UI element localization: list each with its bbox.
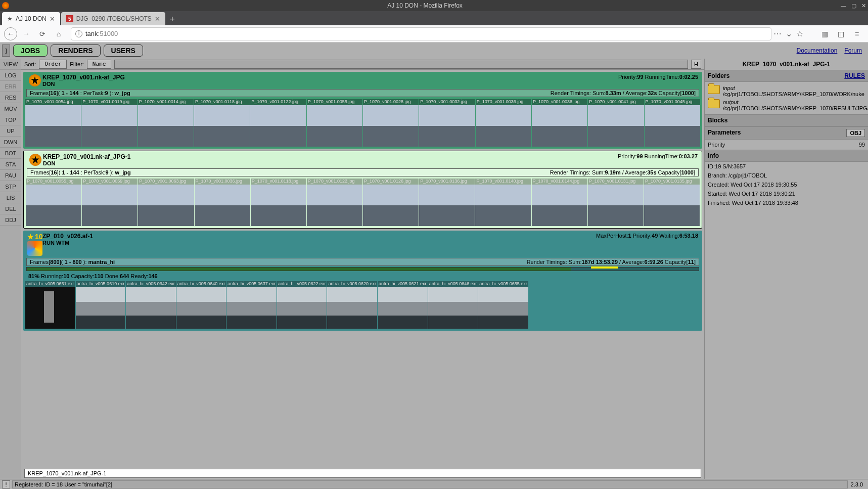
back-button[interactable]: ← — [4, 27, 17, 40]
info-icon[interactable]: i — [75, 30, 82, 37]
jobs-tab[interactable]: JOBS — [13, 45, 48, 57]
side-up[interactable]: UP — [0, 125, 21, 137]
side-res[interactable]: RES — [0, 92, 21, 103]
job-card-selected[interactable]: KREP_1070_v001.nk-af_JPG-1 DON Priority:… — [23, 151, 702, 229]
thumbnail[interactable]: antra_hi_v005.0619.exr — [76, 281, 126, 329]
menu-icon[interactable]: ≡ — [850, 27, 864, 41]
job-card[interactable]: ★10 ZP_010_v026.af-1 RUN WTM MaxPerHost:… — [23, 231, 702, 331]
side-pau[interactable]: PAU — [0, 170, 21, 181]
obj-button[interactable]: OBJ — [846, 129, 865, 137]
rules-link[interactable]: RULES — [844, 72, 865, 79]
pocket-icon[interactable]: ⌄ — [786, 29, 792, 38]
minimize-icon[interactable]: — — [841, 3, 846, 9]
thumbnail[interactable]: P_1070_v001.0014.jpg — [138, 99, 194, 147]
side-view[interactable]: VIEW — [0, 59, 21, 70]
thumbnail[interactable]: P_1070_v001.0054.jpg — [25, 99, 81, 147]
filter-input[interactable] — [114, 60, 688, 69]
thumbnail[interactable]: antra_hi_v005.0622.exr — [277, 281, 327, 329]
status-toggle[interactable]: ! — [2, 480, 10, 488]
thumbnail[interactable]: P_1070_v001.0122.jpg — [250, 99, 306, 147]
thumb-label: P_1070_v001.0036.jpg — [476, 99, 531, 105]
side-err[interactable]: ERR — [0, 81, 21, 92]
side-sta[interactable]: STA — [0, 159, 21, 170]
tab-close-icon[interactable]: ✕ — [50, 15, 55, 23]
thumbnail[interactable]: P_1070_v001.0059.jpg — [82, 179, 138, 226]
side-mov[interactable]: MOV — [0, 103, 21, 114]
bookmark-icon[interactable]: ☆ — [796, 29, 803, 38]
status-bar: ! Registered: ID = 18 User = "timurhai"[… — [0, 479, 868, 489]
thumbnail[interactable]: P_1070_v001.0036.jpg — [532, 99, 587, 147]
side-del[interactable]: DEL — [0, 203, 21, 214]
thumbnail[interactable]: antra_hi_v005.0640.exr — [176, 281, 226, 329]
users-tab[interactable]: USERS — [104, 45, 143, 57]
side-log[interactable]: LOG — [0, 70, 21, 81]
thumbnail[interactable]: P_1070_v001.0136.jpg — [419, 179, 475, 226]
thumbnail[interactable]: P_1070_v001.0131.jpg — [588, 179, 644, 226]
forward-button[interactable]: → — [19, 27, 33, 41]
side-dwn[interactable]: DWN — [0, 137, 21, 148]
tab-active[interactable]: ★ AJ 10 DON ✕ — [2, 12, 60, 25]
folder-output[interactable]: output /cg/prj1/TOBOL/SHOTS/ARMY/KREP_10… — [708, 98, 865, 112]
tab-inactive[interactable]: 5 DJG_0290 /TOBOL/SHOTS ✕ — [61, 12, 165, 25]
thumbnail[interactable]: antra_hi_v005.0621.exr — [378, 281, 428, 329]
job-card[interactable]: KREP_1070_v001.nk-af_JPG DON Priority:99… — [23, 72, 702, 149]
side-ddj[interactable]: DDJ — [0, 214, 21, 226]
job-stats: 81% Running:10 Capacity:110 Done:644 Rea… — [24, 272, 701, 280]
documentation-link[interactable]: Documentation — [797, 47, 838, 54]
thumbnail[interactable]: P_1070_v001.0118.jpg — [194, 99, 250, 147]
thumbnail[interactable]: P_1070_v001.0036.jpg — [195, 179, 250, 226]
job-block-row[interactable]: Frames[800]( 1 - 800 ): mantra_hi Render… — [26, 258, 699, 266]
thumbnail[interactable]: P_1070_v001.0144.jpg — [532, 179, 587, 226]
thumb-image — [76, 287, 126, 329]
thumb-image — [532, 185, 587, 226]
side-top[interactable]: TOP — [0, 114, 21, 125]
home-button[interactable]: ⌂ — [52, 27, 66, 41]
thumbnail[interactable]: P_1070_v001.0118.jpg — [251, 179, 306, 226]
more-icon[interactable]: ⋯ — [773, 29, 782, 38]
maximize-icon[interactable]: ▢ — [851, 3, 856, 9]
thumbnail[interactable]: antra_hi_v005.0651.exr — [25, 281, 75, 329]
url-input[interactable]: i tank:51000 — [71, 27, 771, 40]
renders-tab[interactable]: RENDERS — [51, 45, 100, 57]
side-bot[interactable]: BOT — [0, 148, 21, 159]
thumbnail[interactable]: P_1070_v001.0055.jpg — [307, 99, 362, 147]
folder-input[interactable]: input /cg/prj1/TOBOL/SHOTS/ARMY/KREP_107… — [708, 84, 865, 98]
sort-order-button[interactable]: Order — [39, 60, 67, 69]
thumbnail[interactable]: P_1070_v001.0045.jpg — [645, 99, 700, 147]
thumbnail[interactable]: P_1070_v001.0041.jpg — [588, 99, 644, 147]
thumbnail[interactable]: P_1070_v001.0055.jpg — [26, 179, 81, 226]
priority-row[interactable]: Priority 99 — [705, 140, 868, 150]
thumbnail[interactable]: antra_hi_v005.0655.exr — [478, 281, 528, 329]
thumbnail[interactable]: P_1070_v001.0126.jpg — [363, 179, 419, 226]
thumbnail[interactable]: P_1070_v001.0135.jpg — [644, 179, 700, 226]
thumbnail[interactable]: P_1070_v001.0063.jpg — [138, 179, 194, 226]
job-block-row[interactable]: Frames[16]( 1 - 144 : PerTask:9 ): w_jpg… — [27, 168, 699, 176]
h-button[interactable]: H — [691, 60, 701, 69]
thumbnail[interactable]: P_1070_v001.0122.jpg — [307, 179, 362, 226]
forum-link[interactable]: Forum — [844, 47, 862, 54]
thumbnail[interactable]: antra_hi_v005.0620.exr — [327, 281, 377, 329]
thumbnail[interactable]: P_1070_v001.0019.jpg — [81, 99, 137, 147]
thumbnail[interactable]: antra_hi_v005.0637.exr — [226, 281, 277, 329]
sidebar-icon[interactable]: ◫ — [834, 27, 848, 41]
library-icon[interactable]: ▥ — [817, 27, 832, 41]
sort-filter-bar: Sort: Order Filter: Name H — [21, 59, 704, 70]
thumbnail[interactable]: antra_hi_v005.0646.exr — [428, 281, 478, 329]
thumbnail[interactable]: P_1070_v001.0036.jpg — [476, 99, 531, 147]
side-stp[interactable]: STP — [0, 181, 21, 192]
bottom-search-input[interactable] — [24, 469, 701, 478]
thumb-label: antra_hi_v005.0621.exr — [378, 281, 428, 287]
new-tab-button[interactable]: + — [166, 13, 178, 25]
filter-name-button[interactable]: Name — [87, 60, 112, 69]
reload-button[interactable]: ⟳ — [35, 27, 50, 41]
job-block-row[interactable]: Frames[16]( 1 - 144 : PerTask:9 ): w_jpg… — [26, 89, 699, 97]
close-icon[interactable]: ✕ — [861, 3, 866, 9]
sidebar-toggle[interactable]: ] — [2, 45, 10, 57]
side-lis[interactable]: LIS — [0, 192, 21, 203]
thumb-label: antra_hi_v005.0637.exr — [226, 281, 277, 287]
thumbnail[interactable]: P_1070_v001.0032.jpg — [419, 99, 475, 147]
thumbnail[interactable]: P_1070_v001.0140.jpg — [475, 179, 531, 226]
thumbnail[interactable]: antra_hi_v005.0642.exr — [126, 281, 176, 329]
thumbnail[interactable]: P_1070_v001.0028.jpg — [363, 99, 419, 147]
tab-close-icon[interactable]: ✕ — [155, 15, 160, 23]
